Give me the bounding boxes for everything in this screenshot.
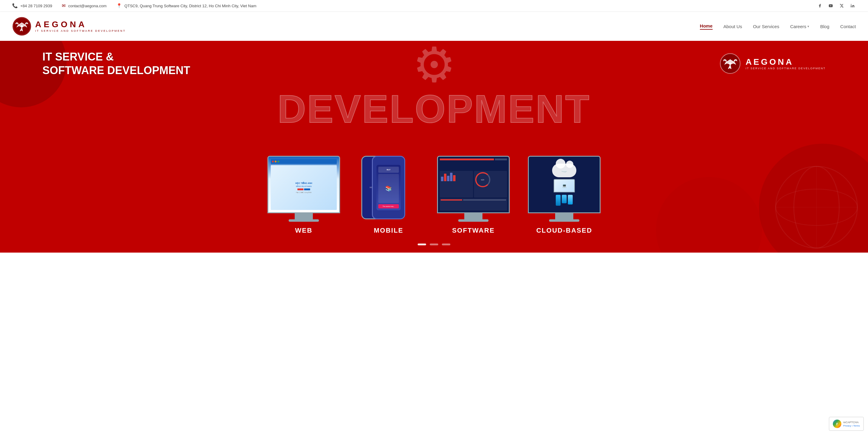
youtube-icon[interactable] [828, 2, 834, 9]
hero-pagination-dots [0, 243, 868, 253]
hero-banner: ⚙ DEVELOPMENT IT SERVICE & SOFTWARE DEVE… [0, 41, 868, 253]
cloud-monitor-base [549, 219, 579, 222]
software-monitor-stand [464, 213, 483, 219]
service-card-web: HỌC TIẾNG ANH BẰNG BILISTAMIN Học 1 biết… [268, 156, 340, 234]
svg-point-1 [851, 4, 851, 4]
nav-home[interactable]: Home [700, 23, 713, 30]
nav-services[interactable]: Our Services [753, 24, 779, 29]
facebook-icon[interactable] [816, 2, 823, 9]
service-label-cloud: CLOUD-BASED [536, 227, 592, 234]
hero-logo-icon [720, 53, 741, 74]
software-monitor: </> [437, 156, 510, 222]
phone-number: +84 28 7109 2939 [20, 4, 52, 8]
logo[interactable]: AEGONA IT SERVICE AND SOFTWARE DEVELOPME… [12, 16, 126, 36]
headline-line1: IT SERVICE & [42, 50, 190, 64]
web-monitor: HỌC TIẾNG ANH BẰNG BILISTAMIN Học 1 biết… [268, 156, 340, 222]
logo-name: AEGONA [35, 20, 126, 29]
mobile-phones: HỌC TIẾNG ANH BILIT 📚 [358, 156, 419, 222]
x-twitter-icon[interactable] [838, 2, 845, 9]
email-icon: ✉ [62, 3, 66, 8]
location-icon: 📍 [116, 3, 122, 8]
topbar-phone: 📞 +84 28 7109 2939 [12, 3, 52, 8]
cloud-monitor: ☁️ 💻 [528, 156, 600, 222]
service-label-web: WEB [295, 227, 312, 234]
phone-foreground: BILIT 📚 The easiest way... [372, 156, 405, 219]
service-card-software: </> SOFTWARE [437, 156, 510, 234]
svg-point-4 [21, 25, 23, 28]
navigation: Home About Us Our Services Careers ▾ Blo… [700, 23, 856, 30]
service-label-mobile: MOBILE [374, 227, 403, 234]
hero-brand-text: AEGONA IT SERVICE AND SOFTWARE DEVELOPME… [746, 57, 826, 70]
phone-icon: 📞 [12, 3, 18, 8]
cloud-screen: ☁️ 💻 [528, 156, 600, 213]
service-label-software: SOFTWARE [452, 227, 495, 234]
hero-brand-tagline: IT SERVICE AND SOFTWARE DEVELOPMENT [746, 67, 826, 70]
software-screen: </> [437, 156, 510, 213]
nav-contact[interactable]: Contact [840, 24, 856, 29]
headline-line2: SOFTWARE DEVELOPMENT [42, 64, 190, 77]
logo-tagline: IT SERVICE AND SOFTWARE DEVELOPMENT [35, 29, 126, 32]
hero-headline: IT SERVICE & SOFTWARE DEVELOPMENT [42, 50, 190, 77]
nav-blog[interactable]: Blog [820, 24, 829, 29]
web-monitor-stand [295, 213, 313, 219]
svg-point-11 [729, 63, 731, 65]
logo-icon [12, 16, 31, 36]
hero-big-text: DEVELOPMENT [0, 89, 868, 129]
phone-content: BILIT 📚 The easiest way... [376, 166, 401, 209]
social-links [816, 2, 856, 9]
hero-logo-right: AEGONA IT SERVICE AND SOFTWARE DEVELOPME… [720, 53, 826, 74]
hero-top-row: IT SERVICE & SOFTWARE DEVELOPMENT AEGONA… [0, 41, 868, 77]
service-card-mobile: HỌC TIẾNG ANH BILIT 📚 [358, 156, 419, 234]
logo-text: AEGONA IT SERVICE AND SOFTWARE DEVELOPME… [35, 20, 126, 32]
software-monitor-base [458, 219, 489, 222]
web-monitor-base [289, 219, 319, 222]
header: AEGONA IT SERVICE AND SOFTWARE DEVELOPME… [0, 12, 868, 41]
topbar: 📞 +84 28 7109 2939 ✉ contact@aegona.com … [0, 0, 868, 12]
address-text: QTSC9, Quang Trung Software City, Distri… [124, 4, 256, 8]
email-address: contact@aegona.com [68, 4, 106, 8]
topbar-email: ✉ contact@aegona.com [62, 3, 106, 8]
hero-brand-name: AEGONA [746, 57, 826, 67]
hero-dot-2[interactable] [430, 243, 438, 245]
nav-careers[interactable]: Careers ▾ [790, 24, 809, 29]
linkedin-icon[interactable] [849, 2, 856, 9]
web-screen: HỌC TIẾNG ANH BẰNG BILISTAMIN Học 1 biết… [268, 156, 340, 213]
hero-service-cards: HỌC TIẾNG ANH BẰNG BILISTAMIN Học 1 biết… [0, 132, 868, 243]
service-card-cloud: ☁️ 💻 [528, 156, 600, 234]
topbar-address: 📍 QTSC9, Quang Trung Software City, Dist… [116, 3, 256, 8]
careers-chevron-icon: ▾ [807, 25, 809, 28]
hero-dot-1[interactable] [417, 243, 426, 245]
hero-dot-3[interactable] [442, 243, 451, 245]
nav-about[interactable]: About Us [723, 24, 742, 29]
cloud-monitor-stand [555, 213, 573, 219]
